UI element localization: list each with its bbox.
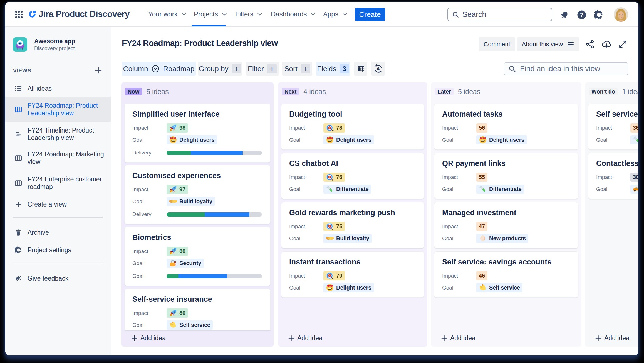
svg-text:?: ? bbox=[580, 12, 584, 18]
svg-text:A: A bbox=[376, 66, 380, 72]
